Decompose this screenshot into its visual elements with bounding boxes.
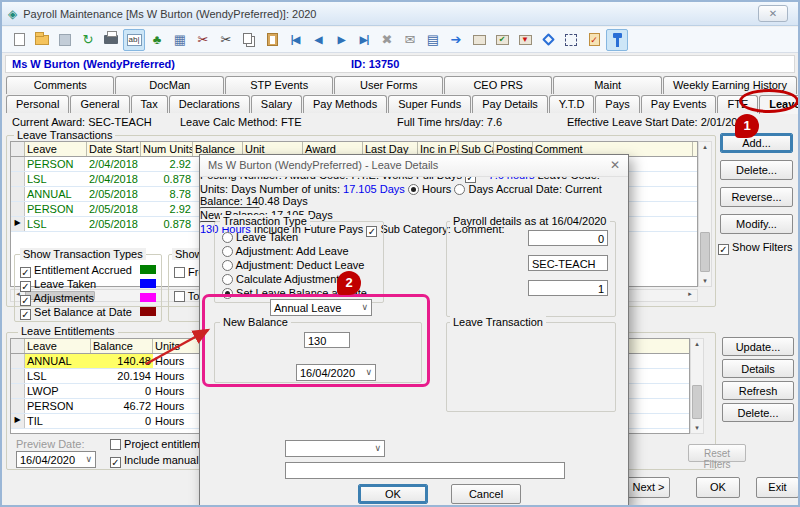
tab-personal[interactable]: Personal <box>6 95 69 113</box>
dialog-cancel-button[interactable]: Cancel <box>451 484 521 504</box>
tab-stp-events[interactable]: STP Events <box>225 76 333 94</box>
text-field-shape: ab| <box>127 34 142 46</box>
entitlements-vscrollbar[interactable]: ▴ ▾ <box>690 338 704 434</box>
posting-number-field[interactable]: 0 <box>528 230 608 246</box>
scroll-right-icon[interactable]: ▸ <box>684 290 696 298</box>
tag-icon[interactable] <box>537 29 559 51</box>
tab-pay-events[interactable]: Pay Events <box>641 95 717 113</box>
tree-view-icon[interactable]: ♣ <box>146 29 168 51</box>
add-button[interactable]: Add... <box>720 133 793 153</box>
scroll-up-icon[interactable]: ▴ <box>691 340 703 348</box>
scroll-thumb[interactable] <box>692 385 702 419</box>
fte-field[interactable]: 1 <box>528 280 608 296</box>
days-radio[interactable]: Days <box>454 183 493 195</box>
to-date-checkbox[interactable]: To <box>174 290 199 302</box>
scroll-down-icon[interactable]: ▾ <box>699 277 711 285</box>
window-close-button[interactable]: ✕ <box>758 5 788 22</box>
paste-icon[interactable] <box>261 29 283 51</box>
tab-ceo-prs[interactable]: CEO PRS <box>444 76 552 94</box>
save-icon[interactable] <box>54 29 76 51</box>
cut-icon[interactable]: ✂ <box>215 29 237 51</box>
reset-filters-button[interactable]: Reset Filters <box>688 444 746 462</box>
refresh-button[interactable]: Refresh <box>722 381 794 400</box>
approve-box-icon[interactable]: ✔ <box>491 29 513 51</box>
tab-tax[interactable]: Tax <box>131 95 168 113</box>
dialog-close-icon[interactable]: ✕ <box>610 158 620 172</box>
delete-entitlement-button[interactable]: Delete... <box>722 403 794 422</box>
nav-glyph: ◀ <box>315 34 322 45</box>
tab-pay-methods[interactable]: Pay Methods <box>303 95 387 113</box>
print-icon[interactable] <box>100 29 122 51</box>
refresh-icon[interactable]: ↻ <box>77 29 99 51</box>
ok-button-main[interactable]: OK <box>696 477 740 498</box>
filter-adjustments-checkbox[interactable]: ✓ Adjustments <box>20 292 156 306</box>
sub-category-dropdown[interactable]: ∨ <box>285 440 385 457</box>
comment-field[interactable] <box>285 462 565 479</box>
filter-label: Adjustments <box>31 292 94 304</box>
transactions-vscrollbar[interactable]: ▴ ▾ <box>698 141 712 287</box>
new-document-icon[interactable] <box>8 29 30 51</box>
column-header-num-units[interactable]: Num Units <box>141 142 193 156</box>
show-filters-checkbox[interactable]: ✓ Show Filters <box>718 241 793 255</box>
text-field-icon[interactable]: ab| <box>123 29 145 51</box>
tab-maint[interactable]: Maint <box>553 76 661 94</box>
checklist-icon[interactable]: ✓ <box>583 29 605 51</box>
radio-adjustment-deduct-leave[interactable]: Adjustment: Deduct Leave <box>222 259 364 271</box>
update-button[interactable]: Update... <box>722 337 794 356</box>
radio-adjustment-add-leave[interactable]: Adjustment: Add Leave <box>222 245 349 257</box>
tab-general[interactable]: General <box>70 95 129 113</box>
tab-comments[interactable]: Comments <box>6 76 114 94</box>
details-button[interactable]: Details <box>722 359 794 378</box>
scroll-thumb[interactable] <box>700 232 710 272</box>
radio-calculate-adjustment[interactable]: Calculate Adjustment <box>222 273 339 285</box>
filter-leave-taken-checkbox[interactable]: ✓ Leave Taken <box>20 278 156 292</box>
export-arrow-icon[interactable]: ➔ <box>445 29 467 51</box>
report-document-icon[interactable]: ▤ <box>422 29 444 51</box>
hours-radio[interactable]: Hours <box>408 183 451 195</box>
import-box-icon[interactable]: ▼ <box>514 29 536 51</box>
project-entitlements-checkbox[interactable]: Project entitlements to <box>110 438 202 450</box>
scroll-up-icon[interactable]: ▴ <box>699 143 711 151</box>
copy-icon[interactable] <box>238 29 260 51</box>
filter-entitlement-accrued-checkbox[interactable]: ✓ Entitlement Accrued <box>20 264 156 278</box>
next-record-icon[interactable]: ▶ <box>330 29 352 51</box>
scroll-down-icon[interactable]: ▾ <box>691 424 703 432</box>
radio-leave-taken[interactable]: Leave Taken <box>222 231 298 243</box>
row-selector: ▶ <box>11 414 25 428</box>
pin-icon[interactable] <box>606 29 628 51</box>
tab-y-t-d[interactable]: Y.T.D <box>549 95 594 113</box>
tab-declarations[interactable]: Declarations <box>169 95 250 113</box>
selection-frame-icon[interactable] <box>560 29 582 51</box>
tab-row-secondary: CommentsDocManSTP EventsUser FormsCEO PR… <box>6 76 798 94</box>
envelope-icon[interactable]: ✉ <box>399 29 421 51</box>
tab-docman[interactable]: DocMan <box>115 76 223 94</box>
column-header-leave[interactable]: Leave <box>25 142 87 156</box>
spell-check-icon[interactable]: ✂ <box>192 29 214 51</box>
exit-button[interactable]: Exit <box>756 477 799 498</box>
delete-button[interactable]: Delete... <box>720 160 793 180</box>
open-folder-icon[interactable] <box>31 29 53 51</box>
calculator-icon[interactable]: ▦ <box>169 29 191 51</box>
tab-salary[interactable]: Salary <box>251 95 302 113</box>
next-button[interactable]: Next > <box>627 477 670 498</box>
previous-record-icon[interactable]: ◀ <box>307 29 329 51</box>
first-record-icon[interactable]: |◀ <box>284 29 306 51</box>
reverse-button[interactable]: Reverse... <box>720 187 793 207</box>
radio-label: Adjustment: Deduct Leave <box>233 259 364 271</box>
include-manual-checkbox[interactable]: ✓ Include manual transa <box>110 454 202 468</box>
tab-super-funds[interactable]: Super Funds <box>388 95 471 113</box>
tag-shape <box>542 33 555 46</box>
preview-date-dropdown[interactable]: 16/04/2020 ∨ <box>16 451 96 468</box>
preview-date-label: Preview Date: <box>16 438 84 450</box>
archive-box-icon[interactable] <box>468 29 490 51</box>
tab-user-forms[interactable]: User Forms <box>334 76 442 94</box>
last-record-icon[interactable]: ▶| <box>353 29 375 51</box>
tab-pay-details[interactable]: Pay Details <box>472 95 548 113</box>
modify-button[interactable]: Modify... <box>720 214 793 234</box>
delete-record-icon[interactable]: ✖ <box>376 29 398 51</box>
tab-pays[interactable]: Pays <box>595 95 639 113</box>
dialog-ok-button[interactable]: OK <box>358 484 428 504</box>
column-header-date-start[interactable]: Date Start <box>87 142 141 156</box>
column-header-leave[interactable]: Leave <box>25 339 91 353</box>
award-code-field[interactable]: SEC-TEACH <box>528 255 608 271</box>
